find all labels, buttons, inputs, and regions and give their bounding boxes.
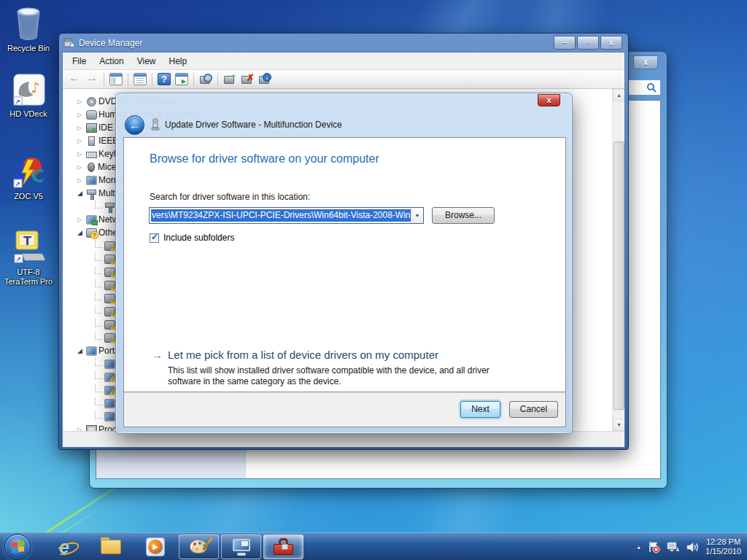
combobox-dropdown-button[interactable]: ▼ [411,208,423,223]
desktop: Recycle Bin ♪ ↗ HD VDeck Z C ↗ ZOC V5 T [0,0,747,560]
collapse-arrow-icon[interactable]: ◢ [77,347,86,354]
action-pane-icon[interactable] [175,73,188,85]
show-hidden-icons-button[interactable]: ▲ [636,545,641,550]
windows-logo-icon [12,541,24,553]
expand-arrow-icon[interactable]: ▷ [77,125,86,131]
expand-arrow-icon[interactable]: ▷ [77,151,86,158]
browse-button[interactable]: Browse... [432,207,495,224]
menu-file[interactable]: File [66,54,93,69]
hid-device-icon [86,110,97,120]
menu-action[interactable]: Action [93,54,130,69]
media-player-icon: ▶ [146,537,165,556]
start-button[interactable] [4,534,31,560]
cancel-button[interactable]: Cancel [509,401,558,418]
collapse-arrow-icon[interactable]: ◢ [77,229,86,236]
back-icon[interactable] [68,73,81,85]
magnifier-icon [646,82,657,93]
pick-from-list-option[interactable]: → Let me pick from a list of device driv… [152,348,438,362]
port-device-icon [86,346,97,356]
uninstall-device-icon[interactable] [241,73,254,85]
cpu-device-icon [86,425,97,432]
taskbar-ie-button[interactable]: e [50,535,79,559]
teraterm-icon: T ↗ [10,230,47,266]
scan-hardware-changes-icon[interactable] [258,73,271,85]
maximize-button[interactable]: ▫ [577,36,599,50]
pick-from-list-description: This list will show installed driver sof… [168,365,516,387]
include-subfolders-checkbox[interactable] [150,233,159,243]
disc-device-icon [87,97,96,106]
update-driver-icon[interactable] [223,73,236,85]
desktop-icon-recycle-bin[interactable]: Recycle Bin [0,6,57,53]
svg-text:T: T [23,234,31,248]
warnchild-device-icon [104,333,115,343]
toolbar-separator [104,73,104,86]
expand-arrow-icon[interactable]: ▷ [77,217,86,223]
expand-arrow-icon[interactable]: ▷ [77,112,86,118]
folder-icon [101,540,121,554]
speaker-icon[interactable] [686,541,700,553]
scan-devices-icon[interactable] [199,73,212,85]
taskbar-media-player-button[interactable]: ▶ [141,535,170,559]
expand-arrow-icon[interactable]: ▷ [77,98,86,105]
update-driver-dialog[interactable]: x ← Update Driver Software - Multifuncti… [115,93,573,434]
ide-device-icon [86,123,97,133]
expand-arrow-icon[interactable]: ▷ [77,177,86,184]
taskbar-explorer-button[interactable] [96,535,125,559]
menu-help[interactable]: Help [163,54,194,69]
forward-icon[interactable] [85,73,98,85]
console-tree-icon[interactable] [109,73,123,85]
scroll-up-arrow-icon[interactable]: ▲ [613,89,624,101]
driver-path-combobox[interactable]: vers\MT9234ZPX-ISI-UPCI-PCIE-Drivers\Win… [149,207,424,224]
close-button[interactable]: x [600,36,622,50]
driver-path-value[interactable]: vers\MT9234ZPX-ISI-UPCI-PCIE-Drivers\Win… [151,209,411,222]
desktop-icon-label: ZOC V5 [0,192,57,201]
scroll-down-arrow-icon[interactable]: ▼ [613,419,624,431]
minimize-button[interactable]: – [554,36,576,50]
portwarn-device-icon [104,373,115,382]
collapse-arrow-icon[interactable]: ◢ [77,190,86,197]
network-icon[interactable] [666,541,680,553]
properties-icon[interactable] [133,73,147,85]
kbd-device-icon [86,152,97,158]
dm-toolbar [63,70,624,89]
dialog-back-button[interactable]: ← [125,115,144,135]
device-manager-icon [63,37,75,48]
dialog-content: Browse for driver software on your compu… [123,137,566,392]
scrollbar-thumb[interactable] [614,141,624,410]
paint-icon [190,538,209,556]
taskbar-system-button[interactable] [221,534,261,559]
help-icon[interactable] [158,73,171,85]
taskbar-clock[interactable]: 12:28 PM 1/15/2010 [705,537,741,556]
portwarn-device-icon [104,386,115,395]
usb-device-icon [88,136,95,146]
taskbar-paint-button[interactable] [179,534,219,559]
desktop-icon-hd-vdeck[interactable]: ♪ ↗ HD VDeck [0,73,57,119]
hd-vdeck-icon: ♪ ↗ [12,73,45,108]
action-center-flag-icon[interactable] [647,540,660,553]
toolbar-separator [152,73,152,86]
monitor-device-icon [86,176,97,185]
toolbox-icon [274,539,293,555]
expand-arrow-icon[interactable]: ▷ [77,164,86,171]
svg-text:↗: ↗ [15,181,20,188]
dialog-close-button[interactable]: x [538,94,560,106]
warnchild-device-icon [104,241,115,251]
desktop-icon-utf8-teraterm[interactable]: T ↗ UTF-8 TeraTerm Pro [0,230,57,287]
warnchild-device-icon [104,307,115,316]
expand-arrow-icon[interactable]: ▷ [77,427,86,432]
svg-text:♪: ♪ [31,79,40,96]
serial-device-icon [104,202,115,211]
desktop-icon-zoc-v5[interactable]: Z C ↗ ZOC V5 [0,155,57,201]
device-manager-titlebar[interactable]: Device Manager – ▫ x [59,34,628,52]
warnchild-device-icon [104,294,115,303]
pick-from-list-title[interactable]: Let me pick from a list of device driver… [168,348,438,362]
menu-view[interactable]: View [131,54,163,69]
expand-arrow-icon[interactable]: ▷ [77,138,86,144]
recycle-bin-icon [11,6,46,42]
taskbar-device-manager-button[interactable] [263,534,303,559]
background-window-close-button[interactable]: x [633,55,658,69]
system-tray: ▲ 12:28 PM 1/15/2010 [636,533,747,560]
tree-scrollbar[interactable]: ▲ ▼ [612,89,624,431]
next-button[interactable]: Next [460,401,500,418]
dialog-footer: Next Cancel [123,392,566,427]
